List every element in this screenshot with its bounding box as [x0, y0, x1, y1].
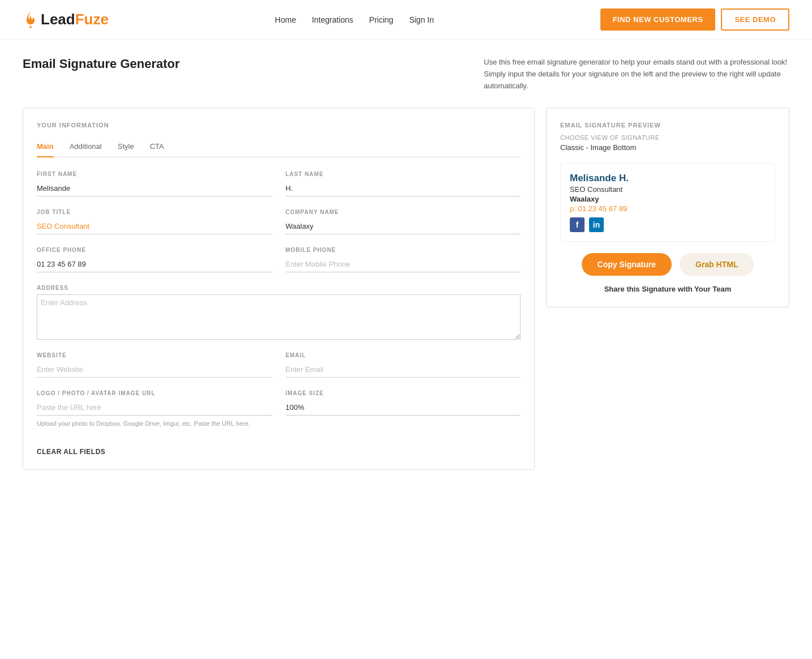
sig-socials: f in — [570, 217, 766, 232]
page: Email Signature Generator Use this free … — [0, 40, 812, 487]
last-name-group: LAST NAME — [286, 171, 521, 196]
first-name-group: FIRST NAME — [37, 171, 272, 196]
address-row: ADDRESS — [37, 285, 521, 340]
preview-actions: Copy Signature Grab HTML — [560, 253, 775, 276]
email-input[interactable] — [286, 362, 521, 378]
company-name-input[interactable] — [286, 219, 521, 234]
website-group: WEBSITE — [37, 352, 272, 378]
tab-main[interactable]: Main — [37, 138, 54, 157]
your-info-label: YOUR INFORMATION — [37, 122, 521, 129]
view-select-value[interactable]: Classic - Image Bottom — [560, 143, 775, 152]
find-customers-button[interactable]: FIND NEW CUSTOMERS — [600, 8, 716, 31]
email-label: EMAIL — [286, 352, 521, 358]
job-title-group: JOB TITLE — [37, 209, 272, 234]
logo-row: LOGO / PHOTO / AVATAR IMAGE URL Upload y… — [37, 390, 521, 429]
view-select-label: CHOOSE VIEW OF SIGNATURE — [560, 134, 775, 141]
main-nav: Home Integrations Pricing Sign In — [275, 15, 434, 24]
logo-group: LOGO / PHOTO / AVATAR IMAGE URL Upload y… — [37, 390, 272, 429]
nav-pricing[interactable]: Pricing — [369, 15, 393, 24]
address-input[interactable] — [37, 294, 521, 340]
page-description: Use this free email signature generator … — [484, 57, 789, 92]
email-group: EMAIL — [286, 352, 521, 378]
last-name-label: LAST NAME — [286, 171, 521, 177]
sig-phone: p: 01 23 45 67 89 — [570, 204, 766, 213]
clear-all-button[interactable]: CLEAR ALL FIELDS — [37, 448, 105, 456]
job-company-row: JOB TITLE COMPANY NAME — [37, 209, 521, 234]
image-size-group: IMAGE SIZE — [286, 390, 521, 429]
linkedin-icon[interactable]: in — [589, 217, 604, 232]
company-name-group: COMPANY NAME — [286, 209, 521, 234]
facebook-icon[interactable]: f — [570, 217, 585, 232]
image-size-label: IMAGE SIZE — [286, 390, 521, 396]
office-phone-input[interactable] — [37, 256, 272, 272]
see-demo-button[interactable]: SEE DEMO — [721, 8, 789, 31]
signature-preview-box: Melisande H. SEO Consultant Waalaxy p: 0… — [560, 163, 775, 242]
mobile-phone-label: MOBILE PHONE — [286, 247, 521, 253]
two-column-layout: YOUR INFORMATION Main Additional Style C… — [23, 108, 789, 470]
office-phone-group: OFFICE PHONE — [37, 247, 272, 272]
mobile-phone-input[interactable] — [286, 256, 521, 272]
address-label: ADDRESS — [37, 285, 521, 291]
sig-job-title: SEO Consultant — [570, 185, 766, 194]
grab-html-button[interactable]: Grab HTML — [680, 253, 754, 276]
mobile-phone-group: MOBILE PHONE — [286, 247, 521, 272]
share-team-text: Share this Signature with Your Team — [560, 285, 775, 293]
header-buttons: FIND NEW CUSTOMERS SEE DEMO — [600, 8, 789, 31]
logo[interactable]: LeadFuze — [23, 11, 109, 29]
logo-fuze-text: Fuze — [75, 11, 109, 28]
company-name-label: COMPANY NAME — [286, 209, 521, 215]
last-name-input[interactable] — [286, 181, 521, 196]
page-header: Email Signature Generator Use this free … — [23, 57, 789, 92]
nav-home[interactable]: Home — [275, 15, 296, 24]
site-header: LeadFuze Home Integrations Pricing Sign … — [0, 0, 812, 40]
address-group: ADDRESS — [37, 285, 521, 340]
form-tabs: Main Additional Style CTA — [37, 138, 521, 157]
left-panel: YOUR INFORMATION Main Additional Style C… — [23, 108, 535, 470]
first-name-input[interactable] — [37, 181, 272, 196]
image-size-input[interactable] — [286, 400, 521, 416]
tab-additional[interactable]: Additional — [70, 138, 102, 157]
nav-integrations[interactable]: Integrations — [312, 15, 353, 24]
logo-lead-text: Lead — [41, 11, 75, 28]
sig-company: Waalaxy — [570, 195, 766, 203]
web-email-row: WEBSITE EMAIL — [37, 352, 521, 378]
name-row: FIRST NAME LAST NAME — [37, 171, 521, 196]
job-title-label: JOB TITLE — [37, 209, 272, 215]
page-title: Email Signature Generator — [23, 57, 180, 71]
job-title-input[interactable] — [37, 219, 272, 234]
logo-flame-icon — [23, 11, 38, 29]
logo-label: LOGO / PHOTO / AVATAR IMAGE URL — [37, 390, 272, 396]
preview-section-label: EMAIL SIGNATURE PREVIEW — [560, 122, 775, 129]
logo-hint: Upload your photo to Dropbox, Google Dri… — [37, 419, 272, 429]
copy-signature-button[interactable]: Copy Signature — [582, 253, 672, 276]
right-panel: EMAIL SIGNATURE PREVIEW CHOOSE VIEW OF S… — [546, 108, 789, 307]
first-name-label: FIRST NAME — [37, 171, 272, 177]
phone-row: OFFICE PHONE MOBILE PHONE — [37, 247, 521, 272]
tab-cta[interactable]: CTA — [150, 138, 164, 157]
website-label: WEBSITE — [37, 352, 272, 358]
website-input[interactable] — [37, 362, 272, 378]
logo-input[interactable] — [37, 400, 272, 416]
nav-signin[interactable]: Sign In — [409, 15, 434, 24]
office-phone-label: OFFICE PHONE — [37, 247, 272, 253]
sig-name: Melisande H. — [570, 173, 766, 184]
tab-style[interactable]: Style — [118, 138, 134, 157]
